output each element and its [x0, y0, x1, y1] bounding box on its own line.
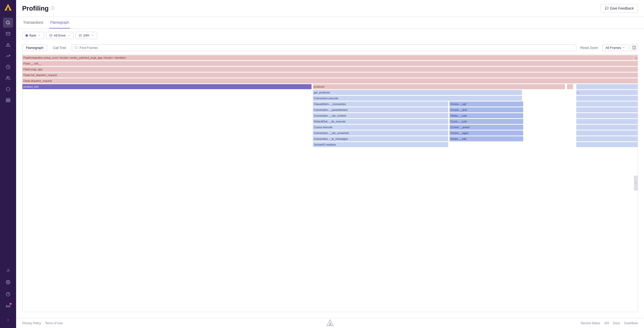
chevron-down-icon: [38, 34, 41, 37]
terms-of-use-link[interactable]: Terms of Use: [45, 321, 63, 325]
flame-block-conne-amed[interactable]: Conne..._amed: [449, 125, 523, 130]
sidebar-collapse-btn[interactable]: [3, 315, 13, 325]
sentry-logo[interactable]: [4, 3, 13, 12]
sidebar-item-broadcast[interactable]: [3, 301, 13, 311]
project-indicator: [25, 34, 28, 37]
info-icon[interactable]: ⓘ: [51, 6, 55, 11]
sidebar-item-projects[interactable]: [3, 95, 13, 105]
flame-block-clause[interactable]: ClauseElem..._connection: [313, 102, 448, 107]
find-frames-input[interactable]: [80, 46, 574, 50]
flame-end-r3: [576, 113, 638, 118]
page-header: Profiling ⓘ Give Feedback: [16, 0, 644, 17]
sidebar-bottom: [3, 265, 13, 325]
api-link[interactable]: API: [604, 321, 609, 325]
flame-block-products[interactable]: products: [313, 84, 565, 89]
sidebar-item-performance[interactable]: [3, 51, 13, 61]
flame-row: get_products —: [22, 90, 638, 95]
flame-block-conn-aus[interactable]: Connection..._auseelement: [313, 107, 448, 112]
flame-block-conne-text[interactable]: Conne..._text: [449, 107, 523, 112]
sidebar-item-packages[interactable]: [3, 84, 13, 94]
flame-block-curso[interactable]: Curso..._cute: [449, 119, 523, 124]
sidebar-item-search[interactable]: [3, 18, 13, 28]
svg-rect-8: [9, 99, 10, 100]
flame-end-r2: [576, 107, 638, 112]
flame-row: Connection..._ute_unnamed Conne..._ages: [22, 130, 638, 136]
sidebar-item-help[interactable]: [3, 289, 13, 299]
fg-tab-flamegraph[interactable]: Flamegraph: [22, 44, 47, 51]
fg-tab-calltree[interactable]: Call Tree: [49, 44, 70, 51]
docs-link[interactable]: Docs: [613, 321, 620, 325]
chevron-right-icon: [635, 182, 637, 184]
flame-block-conn-ctx[interactable]: Connection..._ute_context: [313, 113, 448, 118]
flame-block-socke[interactable]: Socke..._into: [449, 136, 523, 141]
environment-filter[interactable]: All Envs: [46, 32, 73, 39]
sidebar-item-releases[interactable]: [3, 62, 13, 72]
give-feedback-button[interactable]: Give Feedback: [601, 4, 638, 13]
expand-panel-button[interactable]: [634, 176, 638, 191]
split-view-icon: [632, 46, 636, 50]
flame-block-get-products[interactable]: get_products: [313, 90, 522, 95]
find-frames-field[interactable]: [72, 44, 576, 51]
sidebar-item-settings[interactable]: [3, 277, 13, 287]
footer-left-links: Privacy Policy Terms of Use: [22, 321, 63, 325]
fg-toolbar-right: Reset Zoom All Frames: [578, 44, 638, 51]
flame-row: FlaskIntegration.setup_once.<locals>.sen…: [22, 55, 638, 60]
service-status-link[interactable]: Service Status: [581, 321, 600, 325]
flame-block-product-info[interactable]: product_info: [22, 84, 312, 89]
sidebar-item-user-feedback[interactable]: [3, 73, 13, 83]
tab-flamegraph[interactable]: Flamegraph: [49, 17, 70, 28]
flame-row: Connection..._le_messages Socke..._into: [22, 136, 638, 142]
flame-end-r7: [576, 136, 638, 141]
flamegraph-container: Flamegraph Call Tree Reset Zoom All Fram…: [16, 42, 644, 318]
flame-end-r5: [576, 125, 638, 130]
flame-block-default-dial[interactable]: DefaultDial..._do_execute: [313, 119, 448, 124]
flame-block-cursor[interactable]: Cursor.execute: [313, 125, 448, 130]
svg-rect-7: [6, 99, 8, 100]
flame-block-conne-sql[interactable]: Conne..._sql: [449, 102, 523, 107]
flame-block[interactable]: Flask.__call__: [22, 61, 634, 66]
flame-end-r: [576, 102, 638, 107]
flame-block-conn-unnamed[interactable]: Connection..._ute_unnamed: [313, 130, 448, 136]
flame-block[interactable]: Flask.dispatch_request: [22, 78, 634, 83]
time-filter[interactable]: 24H: [75, 32, 97, 39]
calendar-icon: [49, 34, 52, 37]
clock-icon: [79, 34, 82, 37]
reset-zoom-button[interactable]: Reset Zoom: [578, 45, 600, 51]
flame-block-connection-execute[interactable]: Connection.execute: [313, 96, 522, 101]
svg-point-14: [8, 282, 9, 283]
filter-toolbar: flask All Envs 24H: [16, 29, 644, 42]
flame-block[interactable]: Flask.full_dispatch_request: [22, 73, 634, 78]
flame-row: Connection.execute: [22, 95, 638, 101]
all-frames-button[interactable]: All Frames: [602, 44, 628, 51]
flamegraph-visualization[interactable]: FlaskIntegration.setup_once.<locals>.sen…: [22, 54, 638, 312]
flame-block[interactable]: FlaskIntegration.setup_once.<locals>.sen…: [22, 55, 634, 60]
main-tabs: Transactions Flamegraph: [16, 17, 644, 29]
privacy-policy-link[interactable]: Privacy Policy: [22, 321, 41, 325]
svg-rect-18: [50, 35, 52, 37]
flame-end-r4: [576, 119, 638, 124]
flame-row: Connection..._auseelement Conne..._text: [22, 107, 638, 113]
sidebar-item-issues[interactable]: [3, 40, 13, 50]
svg-point-4: [8, 46, 8, 46]
flame-end-r6: [576, 130, 638, 136]
flame-end: [634, 67, 638, 72]
tab-transactions[interactable]: Transactions: [22, 17, 44, 28]
chevron-down-icon-4: [622, 46, 625, 49]
project-filter[interactable]: flask: [22, 32, 44, 39]
flame-block-conne-ages[interactable]: Conne..._ages: [449, 130, 523, 136]
svg-point-0: [6, 21, 9, 24]
flame-block[interactable]: Flask.wsgi_app: [22, 67, 634, 72]
flame-block-defau[interactable]: Defau..._cute: [449, 113, 523, 118]
split-view-button[interactable]: [630, 44, 638, 51]
flame-block-socketio[interactable]: SocketIO.readinto: [313, 142, 448, 147]
sidebar-item-stats[interactable]: [3, 265, 13, 275]
contribute-link[interactable]: Contribute: [624, 321, 638, 325]
sidebar-item-inbox[interactable]: [3, 29, 13, 39]
page-footer: Privacy Policy Terms of Use Service Stat…: [16, 318, 644, 328]
flame-row: Connection..._ute_context Defau..._cute: [22, 113, 638, 118]
svg-rect-10: [9, 101, 10, 102]
svg-point-17: [8, 306, 9, 307]
flame-end-small: [567, 84, 573, 89]
search-icon: [74, 46, 78, 49]
flame-block-conn-messages[interactable]: Connection..._le_messages: [313, 136, 448, 141]
